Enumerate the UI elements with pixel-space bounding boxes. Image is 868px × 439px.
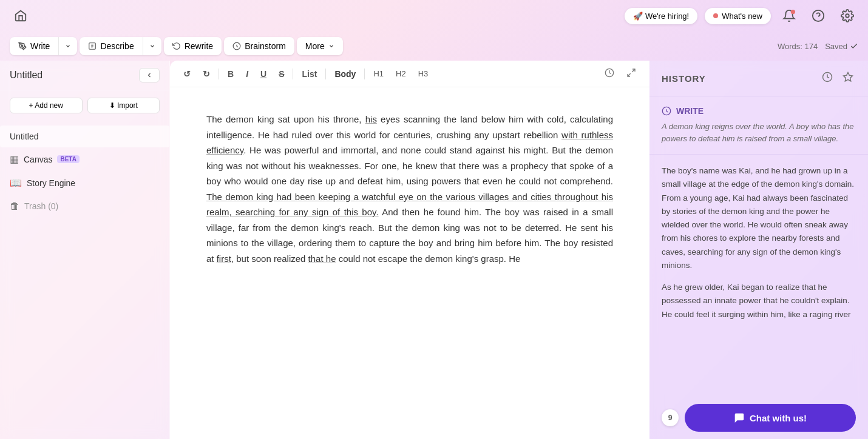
history-text: The boy's name was Kai, and he had grown… [662, 164, 856, 321]
chat-button[interactable]: Chat with us! [685, 404, 856, 432]
history-paragraph-2: As he grew older, Kai began to realize t… [662, 281, 856, 321]
svg-point-0 [791, 10, 795, 14]
more-button[interactable]: More [297, 37, 343, 55]
svg-point-3 [846, 14, 849, 18]
notification-dot [713, 13, 718, 18]
import-label: ⬇ Import [109, 101, 138, 110]
editor-toolbar: ↺ ↻ B I U S List Body H1 H2 H3 [170, 61, 649, 87]
body-format-select[interactable]: Body [331, 67, 359, 81]
help-icon-button[interactable] [807, 5, 829, 27]
expand-button[interactable] [623, 65, 640, 82]
editor-content[interactable]: The demon king sat upon his throne, his … [170, 87, 649, 439]
svg-line-8 [632, 69, 635, 72]
history-title: HISTORY [662, 73, 706, 84]
import-button[interactable]: ⬇ Import [87, 98, 160, 113]
words-saved-area: Words: 174 Saved [778, 42, 858, 51]
describe-label: Describe [100, 41, 134, 51]
sidebar-item-canvas[interactable]: ▦ Canvas BETA [0, 147, 169, 171]
describe-dropdown-button[interactable] [143, 38, 161, 55]
sidebar-actions [139, 68, 160, 82]
underline-watchful: The demon king had been keeping a watchf… [206, 192, 613, 218]
sidebar-document-title: Untitled [10, 70, 42, 81]
story-engine-icon: 📖 [10, 177, 22, 189]
top-bar-right: 🚀 We're hiring! What's new [625, 5, 858, 27]
editor-area: ↺ ↻ B I U S List Body H1 H2 H3 [170, 61, 649, 439]
h1-button[interactable]: H1 [370, 67, 387, 81]
write-label-text: WRITE [676, 106, 704, 116]
bold-button[interactable]: B [224, 67, 237, 81]
sidebar-nav: Untitled ▦ Canvas BETA 📖 Story Engine 🗑 … [0, 121, 169, 223]
editor-toolbar-right [601, 65, 640, 82]
underline-first: first, [217, 253, 234, 264]
sidebar-item-story-engine-label: Story Engine [27, 178, 75, 188]
history-header: HISTORY [649, 61, 868, 96]
write-section: WRITE A demon king reigns over the world… [649, 96, 868, 155]
sidebar-file-actions: + Add new ⬇ Import [0, 90, 169, 121]
chat-label: Chat with us! [750, 413, 807, 423]
underline-button[interactable]: U [257, 67, 270, 81]
saved-label: Saved [825, 42, 847, 51]
underline-with-ruthless: with ruthless efficiency [206, 130, 613, 156]
list-button[interactable]: List [298, 67, 320, 81]
undo-button[interactable]: ↺ [180, 67, 194, 81]
history-star-button[interactable] [840, 69, 856, 87]
editor-paragraph: The demon king sat upon his throne, his … [206, 112, 613, 266]
history-footer: 9 Chat with us! [649, 397, 868, 439]
sidebar-item-trash-label: Trash (0) [24, 201, 58, 211]
underline-that-he: that he [308, 253, 336, 264]
add-new-button[interactable]: + Add new [10, 98, 83, 113]
sidebar-collapse-button[interactable] [139, 68, 160, 82]
brainstorm-label: Brainstorm [245, 41, 286, 51]
sidebar-item-untitled-label: Untitled [10, 132, 38, 141]
whats-new-button[interactable]: What's new [705, 8, 771, 24]
history-paragraph-1: The boy's name was Kai, and he had grown… [662, 164, 856, 272]
sidebar-item-untitled[interactable]: Untitled [0, 126, 169, 147]
main-toolbar: Write Describe Rewrite Brainstorm More W… [0, 32, 868, 61]
history-header-icons [819, 69, 856, 87]
home-button[interactable] [10, 5, 32, 27]
redo-button[interactable]: ↻ [199, 67, 214, 81]
notification-badge: 9 [662, 409, 679, 426]
h2-button[interactable]: H2 [392, 67, 410, 81]
hiring-button[interactable]: 🚀 We're hiring! [625, 8, 697, 24]
saved-badge: Saved [825, 42, 858, 51]
toolbar-sep-4 [364, 69, 365, 79]
history-button[interactable] [601, 65, 618, 82]
svg-point-4 [21, 45, 22, 46]
sidebar-item-canvas-label: Canvas [24, 155, 52, 164]
write-dropdown-button[interactable] [59, 38, 77, 55]
sidebar-item-trash[interactable]: 🗑 Trash (0) [0, 195, 169, 218]
describe-button[interactable]: Describe [80, 37, 143, 55]
alert-icon-button[interactable] [778, 5, 800, 27]
top-bar: 🚀 We're hiring! What's new [0, 0, 868, 32]
h3-button[interactable]: H3 [415, 67, 432, 81]
history-panel: HISTORY WRITE A demon king reigns over t… [649, 61, 868, 439]
describe-btn-group: Describe [80, 37, 161, 55]
sidebar: Untitled + Add new ⬇ Import Untitled ▦ C… [0, 61, 170, 439]
words-count: Words: 174 [778, 42, 818, 51]
top-bar-left [10, 5, 32, 27]
write-button[interactable]: Write [10, 37, 59, 55]
more-label: More [305, 41, 325, 51]
write-btn-group: Write [10, 37, 77, 55]
write-prompt: A demon king reigns over the world. A bo… [662, 121, 856, 144]
brainstorm-button[interactable]: Brainstorm [224, 37, 294, 55]
whats-new-label: What's new [722, 12, 762, 21]
canvas-icon: ▦ [10, 153, 19, 165]
strikethrough-button[interactable]: S [275, 67, 288, 81]
history-clock-button[interactable] [819, 69, 835, 87]
sidebar-item-story-engine[interactable]: 📖 Story Engine [0, 171, 169, 195]
write-label: Write [30, 41, 50, 51]
main-layout: Untitled + Add new ⬇ Import Untitled ▦ C… [0, 61, 868, 439]
italic-button[interactable]: I [242, 67, 252, 81]
trash-icon: 🗑 [10, 201, 19, 212]
toolbar-sep-3 [325, 69, 326, 79]
underline-his: his [365, 114, 377, 124]
svg-line-9 [628, 73, 631, 76]
rewrite-label: Rewrite [185, 41, 213, 51]
svg-marker-11 [844, 73, 853, 81]
history-content[interactable]: The boy's name was Kai, and he had grown… [649, 155, 868, 397]
settings-icon-button[interactable] [836, 5, 858, 27]
rewrite-button[interactable]: Rewrite [164, 37, 222, 55]
add-new-label: + Add new [29, 101, 63, 110]
